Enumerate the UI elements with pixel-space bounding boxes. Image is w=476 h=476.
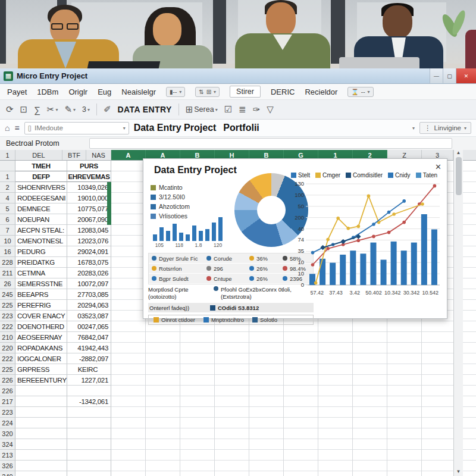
name-box[interactable]: ▯ IMedoute ▾ (24, 122, 129, 134)
row-number[interactable]: 213 (0, 450, 15, 461)
cell-name[interactable] (15, 396, 67, 407)
cell-value[interactable]: 20283,026 (67, 268, 111, 278)
row-number[interactable]: 4 (0, 193, 15, 203)
cell-value[interactable]: 27703,085 (67, 289, 111, 300)
style-dropdown[interactable]: ▮-- ▾ (166, 87, 185, 97)
pencil-button[interactable]: ✎▾ (64, 104, 76, 115)
cell-name[interactable]: GRPRESS (15, 364, 67, 375)
home-icon[interactable]: ⌂ (5, 123, 10, 133)
count-dropdown[interactable]: 3▾ (82, 105, 90, 114)
menu-item-payet[interactable]: Payet (7, 87, 27, 96)
row-number[interactable]: 222 (0, 321, 15, 332)
cell-name[interactable] (15, 418, 67, 428)
menu-item-neaislelgr[interactable]: Neaislelgr (121, 87, 156, 96)
cell-value[interactable]: 00247,065 (67, 321, 111, 332)
row-number[interactable]: 211 (0, 268, 15, 278)
maximize-button[interactable]: ▢ (443, 68, 456, 83)
cell-name[interactable] (15, 439, 67, 450)
row-number[interactable]: 245 (0, 289, 15, 300)
cell-value[interactable] (67, 386, 111, 396)
cell-value[interactable]: 41942,443 (67, 343, 111, 353)
cell-value[interactable]: -1342,061 (67, 396, 111, 407)
cell-name[interactable]: PEDURG (15, 246, 67, 257)
menu-item-1dbm[interactable]: 1DBm (37, 87, 58, 96)
minimize-button[interactable]: — (430, 68, 443, 83)
row-number[interactable]: 226 (0, 386, 15, 396)
vertical-scrollbar[interactable]: ▲ ▼ (453, 150, 463, 476)
sum-button[interactable]: ∑ (34, 105, 40, 115)
chart-panel[interactable]: Data Entry Project ✕ Mcatinto3/12.50I0Ah… (143, 158, 447, 319)
filter-button[interactable]: ▽ (267, 104, 274, 115)
cell-value[interactable]: 12083,045 (67, 225, 111, 236)
cell-name[interactable] (15, 386, 67, 396)
search-input[interactable]: Stirer (230, 86, 261, 98)
hourglass-dropdown[interactable]: ⌛ -- ▾ (347, 87, 373, 97)
cell-name[interactable]: AECPN STEAL: (15, 225, 67, 236)
chevron-down-icon[interactable]: ▾ (412, 126, 415, 131)
cell-name[interactable]: PEREFRIG (15, 300, 67, 311)
row-number[interactable]: 320 (0, 428, 15, 439)
cell-name[interactable]: BEREEENTURY (15, 375, 67, 386)
cell-value[interactable]: 10072,097 (67, 278, 111, 289)
panel-close-icon[interactable]: ✕ (435, 162, 441, 171)
sort-dropdown[interactable]: ⇅ ⊞ ▾ (195, 87, 220, 97)
cell-name[interactable]: AEOSEERNAY (15, 332, 67, 343)
cell-name[interactable]: TMEH (15, 161, 67, 171)
cell-name[interactable]: IOGCALONER (15, 353, 67, 364)
cell-value[interactable]: 10349,026 (67, 182, 111, 193)
cell-value[interactable]: 16783,075 (67, 257, 111, 268)
row-number[interactable]: 224 (0, 418, 15, 428)
column-header-1[interactable]: 1 (0, 150, 15, 160)
cell-value[interactable]: 29024,091 (67, 246, 111, 257)
column-header-A[interactable]: A (111, 150, 146, 160)
scrollbar-thumb[interactable] (456, 157, 462, 195)
row-number[interactable]: 249 (0, 471, 15, 476)
cell-name[interactable]: PREIDATKG (15, 257, 67, 268)
column-header-NAS[interactable]: NAS (86, 150, 111, 160)
column-header-DEL[interactable]: DEL (15, 150, 62, 160)
refresh-button[interactable]: ⟳ (6, 104, 14, 115)
list-button[interactable]: ≣ (239, 104, 246, 115)
menu-item-recieldor[interactable]: Recieldor (305, 87, 337, 96)
row-number[interactable]: 326 (0, 461, 15, 471)
column-header-BTF[interactable]: BTF (62, 150, 86, 160)
cell-name[interactable] (15, 461, 67, 471)
row-number[interactable]: 6 (0, 214, 15, 225)
cell-name[interactable]: ROPADAKANS (15, 343, 67, 353)
serea-dropdown[interactable]: ⊞Serea▾ (186, 104, 218, 115)
row-number[interactable]: 223 (0, 311, 15, 321)
cell-name[interactable] (15, 407, 67, 418)
cell-name[interactable] (15, 471, 67, 476)
scroll-down-icon[interactable]: ▼ (456, 469, 461, 474)
view-dropdown[interactable]: ⋮ Linvigine ▾ (419, 122, 471, 134)
row-number[interactable] (0, 161, 15, 171)
checkbox-button[interactable]: ☑ (224, 104, 232, 115)
cell-value[interactable] (67, 407, 111, 418)
row-number[interactable]: 10 (0, 236, 15, 246)
cell-value[interactable] (67, 461, 111, 471)
cell-name[interactable]: CMENOTNESL (15, 236, 67, 246)
cell-value[interactable]: 76842,047 (67, 332, 111, 343)
cell-value[interactable]: 12023,076 (67, 236, 111, 246)
cell-value[interactable]: -2882,097 (67, 353, 111, 364)
row-number[interactable]: 7 (0, 225, 15, 236)
row-number[interactable]: 26 (0, 278, 15, 289)
cell-name[interactable]: DEFP (15, 171, 67, 182)
row-number[interactable]: 223 (0, 407, 15, 418)
row-number[interactable]: 220 (0, 343, 15, 353)
cell-value[interactable] (67, 428, 111, 439)
cell-value[interactable]: PURS (67, 161, 111, 171)
close-button[interactable]: ✕ (456, 68, 476, 83)
row-number[interactable]: 217 (0, 396, 15, 407)
cell-name[interactable]: DOENOTHERD (15, 321, 67, 332)
cut-button[interactable]: ✂▾ (47, 104, 58, 115)
row-number[interactable]: 222 (0, 353, 15, 364)
cell-name[interactable]: RODEEGESANI (15, 193, 67, 203)
edit-cell-button[interactable]: ⊡ (20, 104, 28, 115)
hamburger-icon[interactable]: ≡ (14, 123, 19, 133)
row-number[interactable]: 324 (0, 439, 15, 450)
ink-button[interactable]: ✑ (253, 104, 261, 115)
cell-value[interactable]: 20294,063 (67, 300, 111, 311)
formula-input[interactable] (89, 138, 452, 149)
cell-name[interactable]: CETMNA (15, 268, 67, 278)
